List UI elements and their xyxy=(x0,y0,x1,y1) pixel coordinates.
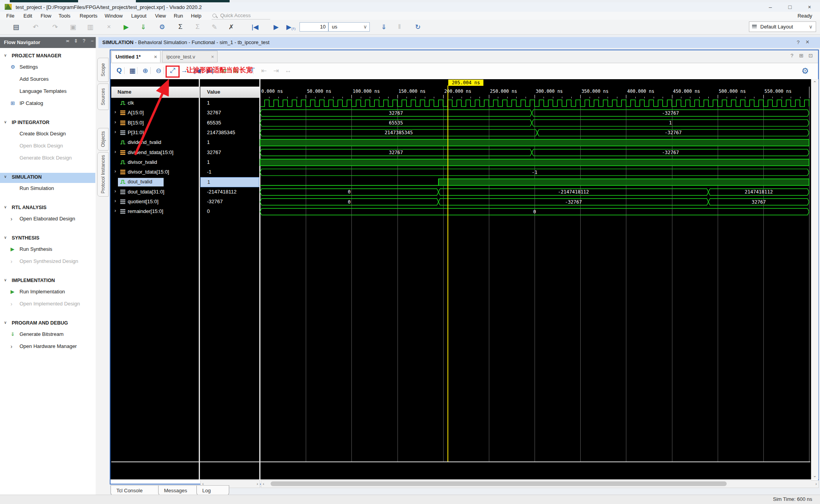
signal-dividend_tvalid-name-row[interactable]: dividend_tvalid xyxy=(111,138,199,147)
signal-dout_tdata310-value-cell[interactable]: -2147418112 xyxy=(200,187,259,197)
quick-access-box[interactable]: Quick Access xyxy=(212,12,270,20)
redo-icon[interactable]: ↷ xyxy=(49,22,61,32)
zoom-out-icon[interactable]: ⊖ xyxy=(153,65,164,76)
nav-item-settings[interactable]: ⚙Settings xyxy=(0,63,95,72)
nav-section-rtl-analysis[interactable]: ∨RTL ANALYSIS xyxy=(0,204,95,213)
editor-tab-untitled-1-[interactable]: Untitled 1*× xyxy=(111,51,160,62)
expand-icon[interactable]: › xyxy=(114,208,116,213)
nav-item-generate-block-design[interactable]: Generate Block Design xyxy=(0,154,95,163)
wave-settings-gear-icon[interactable]: ⚙ xyxy=(800,66,811,76)
section-collapse-icon[interactable]: ∨ xyxy=(4,205,7,209)
layout-selector[interactable]: Default Layout ∨ xyxy=(749,21,816,32)
menu-edit[interactable]: Edit xyxy=(23,13,32,19)
signal-divisor_tdata150-value-cell[interactable]: -1 xyxy=(200,167,259,177)
signal-b150-value-cell[interactable]: 65535 xyxy=(200,118,259,128)
signal-dividend_tdata150-value-cell[interactable]: 32767 xyxy=(200,148,259,158)
next-marker-icon[interactable]: ⇥ xyxy=(270,65,282,76)
nav-item-generate-bitstream[interactable]: ⇓Generate Bitstream xyxy=(0,330,95,339)
signal-quotient150-name-row[interactable]: ›quotient[15:0] xyxy=(111,197,199,207)
menu-file[interactable]: File xyxy=(6,13,14,19)
waveform-canvas[interactable]: 32767-327676553512147385345-3276732767-3… xyxy=(259,79,811,220)
scrollbar-thumb[interactable] xyxy=(271,481,727,486)
nav-section-implementation[interactable]: ∨IMPLEMENTATION xyxy=(0,277,95,286)
nav-section-synthesis[interactable]: ∨SYNTHESIS xyxy=(0,234,95,243)
report-sum-icon[interactable]: Σ xyxy=(175,22,186,32)
expand-icon[interactable]: › xyxy=(114,168,116,174)
previous-marker-icon[interactable]: ⇤ xyxy=(258,65,270,76)
run-time-input[interactable]: 10 xyxy=(299,22,328,32)
section-collapse-icon[interactable]: ∨ xyxy=(4,278,7,282)
signal-remainder150-value-cell[interactable]: 0 xyxy=(200,207,259,217)
side-tab-objects[interactable]: Objects xyxy=(97,128,109,151)
generate-bitstream-icon[interactable]: ⇓ xyxy=(137,22,149,32)
delete-icon[interactable]: × xyxy=(103,22,115,32)
nav-item-ip-catalog[interactable]: ⊞IP Catalog xyxy=(0,99,95,108)
step-icon[interactable]: ⇓ xyxy=(378,22,390,32)
nav-item-create-block-design[interactable]: Create Block Design xyxy=(0,130,95,139)
expand-icon[interactable]: › xyxy=(114,188,116,194)
nav-item-open-synthesized-design[interactable]: ›Open Synthesized Design xyxy=(0,257,95,266)
scroll-up-icon[interactable]: ⌃ xyxy=(813,80,816,85)
nav-item-open-implemented-design[interactable]: ›Open Implemented Design xyxy=(0,300,95,309)
span-markers-icon[interactable]: ↔ xyxy=(282,65,294,76)
collapse-all-icon[interactable]: ≍ xyxy=(64,38,71,46)
signal-dout_tvalid-name-row[interactable]: dout_tvalid xyxy=(111,177,199,187)
context-help-icon[interactable]: ? xyxy=(794,38,802,46)
nav-section-simulation[interactable]: ∨SIMULATION xyxy=(0,173,95,183)
section-collapse-icon[interactable]: ∨ xyxy=(4,235,7,240)
section-collapse-icon[interactable]: ∨ xyxy=(4,174,7,179)
menu-help[interactable]: Help xyxy=(191,13,201,19)
section-collapse-icon[interactable]: ∨ xyxy=(4,320,7,325)
pause-icon[interactable]: ‖ xyxy=(394,22,405,32)
signal-divisor_tvalid-name-row[interactable]: divisor_tvalid xyxy=(111,158,199,167)
menu-tools[interactable]: Tools xyxy=(59,13,70,19)
nav-section-ip-integrator[interactable]: ∨IP INTEGRATOR xyxy=(0,119,95,128)
signal-quotient150-value-cell[interactable]: -32767 xyxy=(200,197,259,207)
time-cursor-line[interactable] xyxy=(447,85,448,461)
scroll-down-icon[interactable]: ⌄ xyxy=(813,473,816,478)
signal-b150-name-row[interactable]: ›B[15:0] xyxy=(111,118,199,128)
signal-a150-name-row[interactable]: ›A[15:0] xyxy=(111,108,199,118)
nav-item-run-synthesis[interactable]: ▶Run Synthesis xyxy=(0,245,95,254)
nav-item-add-sources[interactable]: Add Sources xyxy=(0,75,95,84)
context-close-icon[interactable]: × xyxy=(804,38,811,46)
close-tab-icon[interactable]: × xyxy=(211,51,214,63)
wave-vscrollbar[interactable]: ⌃ ⌄ xyxy=(811,79,818,479)
minimize-panel-icon[interactable]: − xyxy=(89,38,96,46)
open-recent-icon[interactable]: ▤ xyxy=(10,22,22,32)
nav-item-run-simulation[interactable]: Run Simulation xyxy=(0,184,95,193)
report-sum-disabled-icon[interactable]: Σ xyxy=(192,22,203,32)
menu-layout[interactable]: Layout xyxy=(131,13,146,19)
signal-dout_tvalid-value-cell[interactable]: 1 xyxy=(200,177,259,187)
relaunch-icon[interactable]: ↻ xyxy=(412,22,424,32)
value-column-header[interactable]: Value xyxy=(200,87,259,98)
section-collapse-icon[interactable]: ∨ xyxy=(4,53,7,57)
signal-clk-name-row[interactable]: clk xyxy=(111,98,199,108)
expand-icon[interactable]: › xyxy=(114,149,116,154)
copy-icon[interactable]: ▣ xyxy=(67,22,79,32)
run-all-icon[interactable]: ▶ xyxy=(270,22,282,32)
save-wave-config-icon[interactable]: ▦ xyxy=(127,65,138,76)
maximize-button[interactable]: □ xyxy=(784,3,796,11)
signal-dividend_tvalid-value-cell[interactable]: 1 xyxy=(200,138,259,147)
name-value-splitter[interactable] xyxy=(199,79,200,479)
editor-tab-ipcore-test-v[interactable]: ipcore_test.v× xyxy=(162,51,217,62)
nav-item-run-implementation[interactable]: ▶Run Implementation xyxy=(0,287,95,297)
signal-p310-value-cell[interactable]: 2147385345 xyxy=(200,128,259,138)
side-tab-sources[interactable]: Sources xyxy=(97,83,109,110)
section-collapse-icon[interactable]: ∨ xyxy=(4,120,7,124)
run-for-time-icon[interactable]: ▶(T) xyxy=(285,22,297,32)
scroll-right-icon[interactable]: › xyxy=(815,481,817,486)
signal-clk-value-cell[interactable]: 1 xyxy=(200,98,259,108)
run-flow-icon[interactable]: ▶ xyxy=(120,22,132,32)
menu-view[interactable]: View xyxy=(155,13,166,19)
name-column-header[interactable]: Name xyxy=(111,87,199,98)
signal-divisor_tvalid-value-cell[interactable]: 1 xyxy=(200,158,259,167)
nav-section-project-manager[interactable]: ∨PROJECT MANAGER xyxy=(0,52,95,61)
close-button[interactable]: × xyxy=(804,3,815,11)
signal-dividend_tdata150-name-row[interactable]: ›dividend_tdata[15:0] xyxy=(111,148,199,158)
menu-reports[interactable]: Reports xyxy=(80,13,98,19)
help-icon[interactable]: ? xyxy=(80,38,87,46)
settings-gear-icon[interactable]: ⚙ xyxy=(156,22,168,32)
menu-run[interactable]: Run xyxy=(174,13,183,19)
